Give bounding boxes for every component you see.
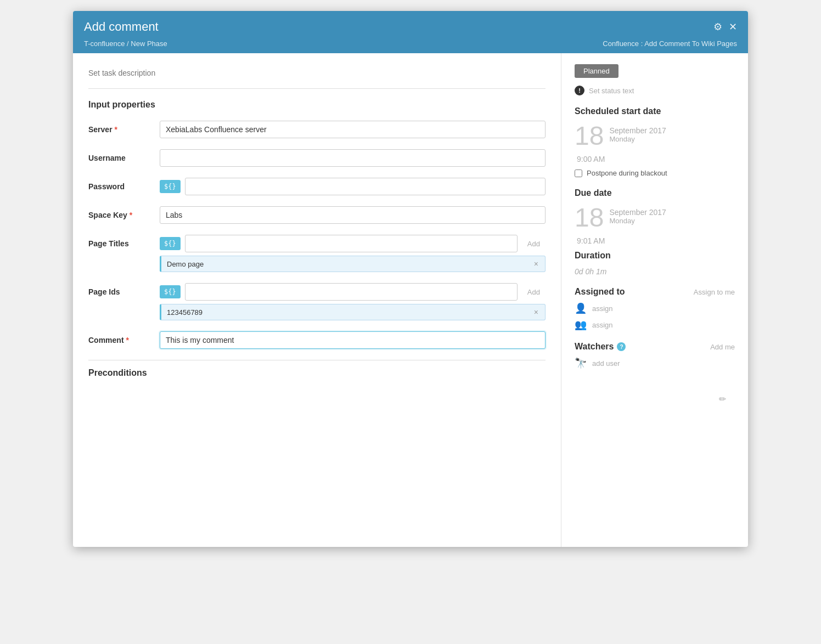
breadcrumb: T-confluence / New Phase — [84, 39, 167, 48]
username-row: Username — [88, 149, 546, 167]
comment-input[interactable] — [160, 331, 546, 349]
due-date-month-year: September 2017 — [609, 208, 666, 217]
left-panel: Input properties Server * Username — [73, 53, 561, 547]
page-titles-controls: ${} Add Demo page × — [160, 235, 546, 272]
task-description-input[interactable] — [88, 66, 546, 80]
divider — [88, 88, 546, 89]
assign-row-2: 👥 assign — [575, 319, 735, 331]
duration-title: Duration — [575, 251, 735, 261]
due-date-weekday: Monday — [609, 217, 666, 225]
comment-label: Comment * — [88, 331, 160, 344]
due-date-time: 9:01 AM — [575, 236, 735, 245]
info-icon: ! — [575, 86, 584, 95]
page-titles-row: Page Titles ${} Add Demo page × — [88, 235, 546, 272]
comment-row: Comment * — [88, 331, 546, 349]
page-titles-tag-text: Demo page — [167, 260, 533, 268]
page-titles-var-btn[interactable]: ${} — [160, 237, 181, 250]
page-ids-input-row: ${} Add — [160, 283, 546, 301]
page-ids-row: Page Ids ${} Add 123456789 × — [88, 283, 546, 320]
due-date-display: 18 September 2017 Monday — [575, 205, 735, 231]
assigned-section: Assigned to Assign to me 👤 assign 👥 assi… — [575, 287, 735, 331]
scheduled-start-time: 9:00 AM — [575, 155, 735, 163]
modal-body: Input properties Server * Username — [73, 53, 748, 547]
binoculars-icon: 🔭 — [575, 357, 587, 369]
help-icon: ? — [617, 342, 626, 351]
space-key-row: Space Key * — [88, 206, 546, 224]
page-ids-tag-text: 123456789 — [167, 308, 533, 317]
username-label: Username — [88, 149, 160, 162]
username-input[interactable] — [160, 149, 546, 167]
page-ids-tag-remove[interactable]: × — [533, 308, 539, 317]
preconditions-title: Preconditions — [88, 368, 546, 378]
assigned-title: Assigned to — [575, 287, 625, 297]
header-icons: ⚙ ✕ — [713, 21, 737, 33]
add-me-link[interactable]: Add me — [710, 343, 735, 351]
scheduled-start-title: Scheduled start date — [575, 106, 735, 116]
password-input[interactable] — [185, 178, 546, 195]
page-ids-add-btn[interactable]: Add — [522, 284, 546, 300]
page-ids-tag: 123456789 × — [160, 304, 546, 320]
password-var-btn[interactable]: ${} — [160, 180, 181, 193]
page-titles-label: Page Titles — [88, 235, 160, 248]
task-name: Confluence : Add Comment To Wiki Pages — [603, 39, 737, 48]
scheduled-start-month-year: September 2017 — [609, 126, 666, 135]
postpone-checkbox[interactable] — [575, 170, 582, 177]
modal-title: Add comment — [84, 20, 159, 34]
header-top: Add comment ⚙ ✕ — [84, 20, 737, 34]
username-controls — [160, 149, 546, 167]
scheduled-start-weekday: Monday — [609, 135, 666, 143]
assign-row-1: 👤 assign — [575, 302, 735, 314]
modal-container: Add comment ⚙ ✕ T-confluence / New Phase… — [73, 11, 748, 547]
password-input-row: ${} — [160, 178, 546, 195]
password-controls: ${} — [160, 178, 546, 195]
scheduled-start-date-display: 18 September 2017 Monday — [575, 123, 735, 149]
assign-label-1[interactable]: assign — [592, 304, 613, 313]
page-ids-controls: ${} Add 123456789 × — [160, 283, 546, 320]
space-key-required: * — [130, 211, 132, 219]
page-ids-input[interactable] — [185, 283, 518, 301]
page-titles-tag-remove[interactable]: × — [533, 259, 539, 268]
watchers-title: Watchers — [575, 342, 614, 352]
close-icon[interactable]: ✕ — [729, 21, 737, 33]
scheduled-start-day: 18 — [575, 123, 604, 149]
settings-icon[interactable]: ⚙ — [713, 21, 722, 33]
space-key-controls — [160, 206, 546, 224]
due-date-day: 18 — [575, 205, 604, 231]
modal-header: Add comment ⚙ ✕ T-confluence / New Phase… — [73, 11, 748, 53]
pencil-icon[interactable]: ✏ — [719, 394, 726, 404]
page-ids-label: Page Ids — [88, 283, 160, 296]
watchers-section: Watchers ? Add me 🔭 add user — [575, 342, 735, 369]
page-titles-add-btn[interactable]: Add — [522, 236, 546, 252]
space-key-input[interactable] — [160, 206, 546, 224]
persons-icon: 👥 — [575, 319, 587, 331]
status-text-row: ! Set status text — [575, 86, 735, 95]
server-label: Server * — [88, 121, 160, 134]
space-key-label: Space Key * — [88, 206, 160, 219]
assigned-header: Assigned to Assign to me — [575, 287, 735, 297]
password-label: Password — [88, 178, 160, 191]
watchers-title-group: Watchers ? — [575, 342, 626, 352]
page-titles-input[interactable] — [185, 235, 518, 252]
status-text-placeholder: Set status text — [589, 87, 634, 95]
person-icon-1: 👤 — [575, 302, 587, 314]
password-row: Password ${} — [88, 178, 546, 195]
page-ids-var-btn[interactable]: ${} — [160, 285, 181, 298]
watcher-row-1: 🔭 add user — [575, 357, 735, 369]
postpone-row: Postpone during blackout — [575, 169, 735, 177]
server-required: * — [114, 125, 117, 134]
assign-label-2[interactable]: assign — [592, 321, 613, 329]
scheduled-start-detail: September 2017 Monday — [609, 123, 666, 143]
due-date-detail: September 2017 Monday — [609, 205, 666, 225]
status-badge: Planned — [575, 64, 618, 78]
add-user-label[interactable]: add user — [592, 359, 620, 368]
comment-controls — [160, 331, 546, 349]
postpone-label: Postpone during blackout — [587, 169, 667, 177]
server-input[interactable] — [160, 121, 546, 138]
comment-required: * — [126, 336, 128, 344]
assign-to-me-link[interactable]: Assign to me — [694, 288, 735, 296]
input-properties-title: Input properties — [88, 100, 546, 110]
due-date-title: Due date — [575, 188, 735, 198]
page-titles-tag: Demo page × — [160, 256, 546, 272]
watchers-header: Watchers ? Add me — [575, 342, 735, 352]
page-titles-input-row: ${} Add — [160, 235, 546, 252]
